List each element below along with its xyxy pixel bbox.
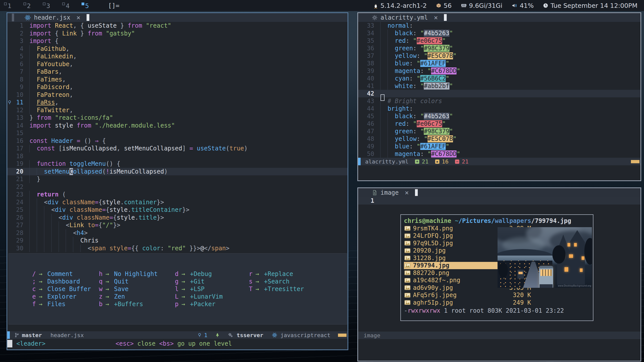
terminal-window-editor[interactable]: header.jsx × 1import React, { useState }… (7, 12, 348, 350)
code-line-6[interactable]: 6 FaYoutube, (7, 60, 348, 68)
code-line-3[interactable]: 3import { (7, 37, 348, 45)
code-segment: " (420, 113, 424, 120)
code-line-24[interactable]: 24 <div className={style.container}> (7, 198, 348, 206)
whichkey-label: +Treesitter (264, 286, 304, 293)
code-line-7[interactable]: 7 FaBars, (7, 68, 348, 76)
code-segment: : (409, 60, 417, 67)
code-line-43[interactable]: 43 # Bright colors (358, 97, 640, 105)
line-number: 30 (12, 245, 23, 252)
tab-image[interactable]: image × (369, 188, 414, 197)
code-line-9[interactable]: 9 FaDiscord, (7, 83, 348, 91)
code-line-5[interactable]: 5 FaLinkedin, (7, 53, 348, 60)
workspace-button-5[interactable]: 5 (82, 2, 90, 10)
close-icon[interactable]: × (434, 14, 438, 21)
code-segment: : (406, 37, 413, 44)
arrow-icon: → (255, 286, 264, 293)
memory-module: 9.6Gi/31Gi (461, 2, 503, 9)
code-line-12[interactable]: 12 FaTwitter, (7, 106, 348, 114)
workspace-button-3[interactable]: 3 (43, 2, 52, 10)
code-line-17[interactable]: 17 const [isMenuCollapsed, setMenuCollap… (7, 145, 348, 152)
code-line-1[interactable]: 1 (358, 197, 640, 205)
code-line-46[interactable]: 46 red: "#e06c75" (358, 120, 640, 128)
code-line-44[interactable]: 44 bright: (358, 105, 640, 112)
code-line-28[interactable]: 28 <h4> (7, 229, 348, 237)
whichkey-key: c (32, 286, 39, 293)
code-line-25[interactable]: 25 <div className={style.titleContainer}… (7, 206, 348, 214)
file-name: AFq5r6j.jpeg (413, 292, 501, 299)
code-line-18[interactable]: 18 (7, 152, 348, 160)
code-line-50[interactable]: 50 magenta: "#C678DD" (358, 150, 640, 158)
code-line-42[interactable]: 42 (358, 90, 640, 97)
whichkey-label: +Search (264, 278, 289, 285)
code-buffer[interactable]: 1 (358, 197, 640, 205)
code-line-23[interactable]: 23 return ( (7, 191, 348, 198)
file-row[interactable]: AFq5r6j.jpeg320 K (404, 292, 531, 299)
code-text: FaTwitter, (29, 106, 348, 114)
code-buffer[interactable]: 33 normal:34 black: "#4b5263"35 red: "#e… (358, 22, 640, 158)
indent-guide-icon (380, 112, 381, 120)
indent-guide-icon (51, 245, 52, 252)
code-text: FaRss, (29, 99, 348, 106)
code-line-13[interactable]: 13} from "react-icons/fa" (7, 114, 348, 122)
tab-header-jsx[interactable]: header.jsx × (22, 13, 86, 22)
react-icon (24, 14, 31, 21)
terminal-scrollbar[interactable] (12, 14, 14, 21)
code-line-14[interactable]: 14import style from "./header.module.les… (7, 122, 348, 130)
code-line-40[interactable]: 40 cyan: "#56B6C2" (358, 75, 640, 82)
file-row[interactable]: aghr5Ip.jpg249 K (404, 299, 531, 306)
workspace-button-1[interactable]: 1 (4, 2, 13, 10)
close-icon[interactable]: × (77, 14, 81, 21)
code-segment: magenta (395, 67, 420, 74)
code-segment: #e06c75 (417, 120, 442, 127)
code-line-10[interactable]: 10 FaPatreon, (7, 91, 348, 99)
code-line-41[interactable]: 41 white: "#abb2bf" (358, 82, 640, 90)
terminal-window-image[interactable]: image × 1 chris@machine ~/Pictures/wallp… (357, 187, 641, 361)
code-segment: #C678DD (431, 150, 457, 157)
code-line-38[interactable]: 38 blue: "#61AFEF" (358, 60, 640, 67)
code-line-39[interactable]: 39 magenta: "#C678DD" (358, 67, 640, 75)
code-segment: titleContainer (131, 206, 182, 213)
terminal-window-config[interactable]: alacritty.yml × 33 normal:34 black: "#4b… (357, 12, 641, 181)
code-line-20[interactable]: 20 setMenuCollapsed(!isMenuCollapsed) (7, 168, 348, 176)
indent-guide-icon (37, 237, 37, 245)
code-line-11[interactable]: 11 FaRss, (7, 99, 348, 106)
code-segment: , (73, 53, 77, 60)
code-line-34[interactable]: 34 black: "#4b5263" (358, 29, 640, 37)
code-line-16[interactable]: 16const Header = () ⇒ { (7, 137, 348, 145)
close-icon[interactable]: × (405, 189, 409, 196)
code-line-35[interactable]: 35 red: "#e06c75" (358, 37, 640, 45)
code-line-27[interactable]: 27 <Link to={"/"}> (7, 221, 348, 229)
code-line-47[interactable]: 47 green: "#98C379" (358, 128, 640, 135)
code-line-33[interactable]: 33 normal: (358, 22, 640, 29)
code-buffer[interactable]: 1import React, { useState } from "react"… (7, 22, 348, 252)
code-line-21[interactable]: 21 } (7, 175, 348, 183)
code-segment: span (91, 245, 106, 252)
arrow-icon: → (105, 301, 114, 308)
mode-indicator-bar (7, 331, 10, 339)
code-line-48[interactable]: 48 yellow: "#E5C07B" (358, 135, 640, 143)
tab-alacritty-yml[interactable]: alacritty.yml × (369, 13, 443, 22)
code-line-37[interactable]: 37 yellow: "#E5C07B" (358, 52, 640, 60)
code-segment: FaLinkedin (37, 53, 73, 60)
code-line-22[interactable]: 22 (7, 183, 348, 191)
code-line-49[interactable]: 49 blue: "#61AFEF" (358, 143, 640, 150)
workspace-button-4[interactable]: 4 (62, 2, 71, 10)
code-text: const [isMenuCollapsed, setMenuCollapsed… (29, 145, 348, 152)
line-number: 36 (363, 45, 374, 52)
code-line-1[interactable]: 1import React, { useState } from "react" (7, 22, 348, 30)
code-line-4[interactable]: 4 FaGithub, (7, 45, 348, 53)
code-line-19[interactable]: 19 function toggleMenu() { (7, 160, 348, 168)
workspace-button-2[interactable]: 2 (23, 2, 32, 10)
code-line-45[interactable]: 45 black: "#4b5263" (358, 112, 640, 120)
code-segment: " (424, 135, 427, 142)
code-line-26[interactable]: 26 <div className={style.title}> (7, 214, 348, 222)
whichkey-key: h (99, 270, 105, 277)
code-line-8[interactable]: 8 FaTimes, (7, 76, 348, 84)
code-line-2[interactable]: 2import { Link } from "gatsby" (7, 30, 348, 37)
code-line-30[interactable]: 30 <span style={{ color: "red" }}>@</spa… (7, 245, 348, 252)
code-segment: #56B6C2 (420, 75, 446, 82)
gear-icon (372, 15, 377, 20)
code-line-36[interactable]: 36 green: "#98C379" (358, 45, 640, 52)
code-line-29[interactable]: 29 Chris (7, 237, 348, 245)
code-line-15[interactable]: 15 (7, 129, 348, 137)
